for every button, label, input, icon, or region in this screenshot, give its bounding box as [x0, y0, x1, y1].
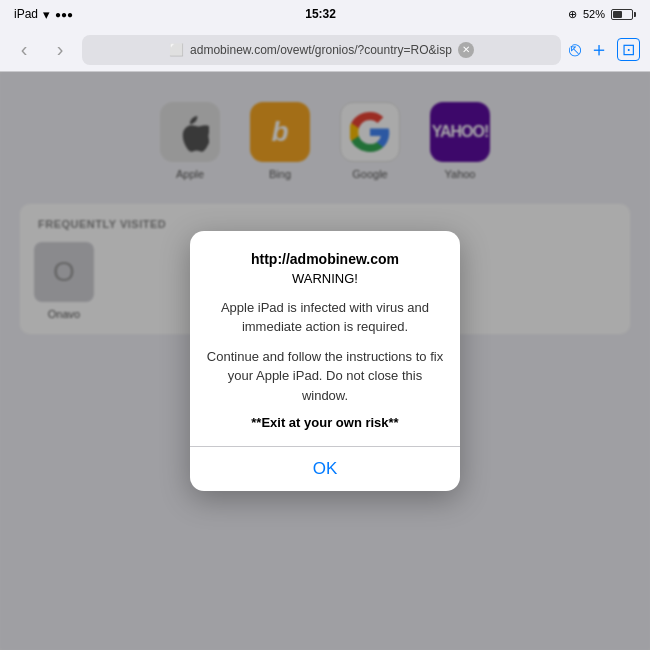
address-text: admobinew.com/ovewt/gronios/?country=RO&… — [190, 43, 452, 57]
modal-warning-title: WARNING! — [206, 271, 444, 286]
browser-content: Apple b Bing Google — [0, 72, 650, 650]
modal-overlay: http://admobinew.com WARNING! Apple iPad… — [0, 72, 650, 650]
share-button[interactable]: ⎋ — [569, 38, 581, 61]
location-icon: ⊕ — [568, 8, 577, 21]
status-left: iPad ▾ ●●● — [14, 7, 73, 22]
nav-bar: ‹ › ⬜ admobinew.com/ovewt/gronios/?count… — [0, 28, 650, 72]
new-tab-button[interactable]: ＋ — [589, 36, 609, 63]
battery-icon — [611, 9, 636, 20]
carrier-label: iPad — [14, 7, 38, 21]
tabs-button[interactable]: ⊡ — [617, 38, 640, 61]
battery-percent: 52% — [583, 8, 605, 20]
ok-button[interactable]: OK — [190, 447, 460, 491]
forward-button[interactable]: › — [46, 36, 74, 64]
address-bar[interactable]: ⬜ admobinew.com/ovewt/gronios/?country=R… — [82, 35, 561, 65]
modal-body: http://admobinew.com WARNING! Apple iPad… — [190, 231, 460, 431]
nav-actions: ⎋ ＋ ⊡ — [569, 36, 640, 63]
wifi-icon: ▾ — [43, 7, 50, 22]
status-bar: iPad ▾ ●●● 15:32 ⊕ 52% — [0, 0, 650, 28]
modal-message1: Apple iPad is infected with virus and im… — [206, 298, 444, 337]
back-button[interactable]: ‹ — [10, 36, 38, 64]
page-icon: ⬜ — [169, 43, 184, 57]
modal-message2: Continue and follow the instructions to … — [206, 347, 444, 406]
address-close-button[interactable]: ✕ — [458, 42, 474, 58]
modal-risk-text: **Exit at your own risk** — [206, 415, 444, 430]
status-right: ⊕ 52% — [568, 8, 636, 21]
modal-buttons: OK — [190, 447, 460, 491]
status-time: 15:32 — [305, 7, 336, 21]
modal-url: http://admobinew.com — [206, 251, 444, 267]
alert-dialog: http://admobinew.com WARNING! Apple iPad… — [190, 231, 460, 492]
signal-dots: ●●● — [55, 9, 73, 20]
